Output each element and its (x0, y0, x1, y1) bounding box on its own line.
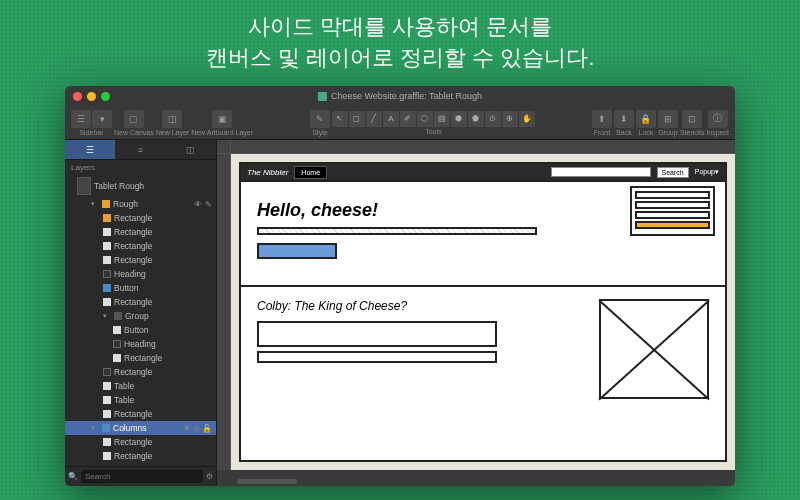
layer-icon (102, 200, 110, 208)
shape-icon (113, 340, 121, 348)
settings-icon[interactable]: ⚙ (206, 472, 213, 481)
magnet-tool[interactable]: ⊙ (485, 111, 501, 127)
layers-tab[interactable]: ☰ (65, 140, 115, 159)
group-button[interactable]: ⊞ (658, 110, 678, 128)
wf-divider (241, 285, 725, 287)
style-label: Style (312, 129, 328, 136)
shape-icon (103, 382, 111, 390)
minimize-icon[interactable] (87, 92, 96, 101)
titlebar: Cheese Website.graffle: Tablet Rough (65, 86, 735, 106)
disclosure-icon[interactable]: ▾ (103, 312, 111, 320)
wf-text-placeholder (257, 227, 537, 235)
document-icon (318, 92, 327, 101)
list-item[interactable]: Button (65, 323, 216, 337)
shape-icon (103, 368, 111, 376)
shape-icon (103, 270, 111, 278)
wf-image-placeholder (599, 299, 709, 399)
list-item[interactable]: Table (65, 393, 216, 407)
text-tool[interactable]: A (383, 111, 399, 127)
wf-subheading: Colby: The King of Cheese? (257, 299, 589, 313)
list-item[interactable]: Rectangle (65, 435, 216, 449)
stamp-tool[interactable]: ⬟ (468, 111, 484, 127)
list-item[interactable]: Rectangle (65, 365, 216, 379)
wf-col-box (635, 191, 710, 199)
tools-label: Tools (425, 128, 441, 135)
line-tool[interactable]: ╱ (366, 111, 382, 127)
shape-icon (103, 242, 111, 250)
shape-icon (103, 228, 111, 236)
selection-tab[interactable]: ◫ (166, 140, 216, 159)
list-item[interactable]: Button (65, 281, 216, 295)
lock-icon[interactable]: ✎ (205, 200, 212, 209)
front-button[interactable]: ⬆ (592, 110, 612, 128)
point-tool[interactable]: ⬢ (451, 111, 467, 127)
new-artboard-label: New Artboard Layer (191, 129, 253, 136)
print-icon[interactable]: ⎙ (194, 424, 199, 433)
wf-header: The Nibbler Home Search Popup▾ (241, 164, 725, 182)
stencils-button[interactable]: ⊡ (682, 110, 702, 128)
list-item[interactable]: Rectangle (65, 407, 216, 421)
wf-search-button: Search (657, 167, 689, 178)
disclosure-icon[interactable]: ▾ (91, 200, 99, 208)
inspect-button[interactable]: ⓘ (708, 110, 728, 128)
pen-tool[interactable]: ✐ (400, 111, 416, 127)
layer-list: Tablet Rough ▾ Rough 👁✎ Rectangle Rectan… (65, 175, 216, 466)
search-icon: 🔍 (68, 472, 78, 481)
disclosure-icon[interactable]: ▾ (91, 424, 99, 432)
canvas-thumb-icon (77, 177, 91, 195)
lock-button[interactable]: 🔒 (636, 110, 656, 128)
wf-popup: Popup▾ (695, 168, 719, 176)
search-input[interactable] (81, 470, 203, 483)
layer-row[interactable]: ▾ Rough 👁✎ (65, 197, 216, 211)
sidebar-toggle-button[interactable]: ☰ (71, 110, 91, 128)
list-item[interactable]: Rectangle (65, 211, 216, 225)
style-button[interactable]: ✎ (310, 110, 330, 128)
window-title: Cheese Website.graffle: Tablet Rough (318, 91, 482, 101)
shape-tool[interactable]: ◻ (349, 111, 365, 127)
sidebar-mode-button[interactable]: ▾ (92, 110, 112, 128)
list-item[interactable]: Table (65, 379, 216, 393)
new-canvas-button[interactable]: ▢ (124, 110, 144, 128)
diagram-tool[interactable]: ⬡ (417, 111, 433, 127)
canvas-viewport[interactable]: The Nibbler Home Search Popup▾ (231, 154, 735, 470)
zoom-tool[interactable]: ⊕ (502, 111, 518, 127)
new-artboard-button[interactable]: ▣ (212, 110, 232, 128)
list-item[interactable]: Rectangle (65, 253, 216, 267)
shape-icon (103, 452, 111, 460)
list-item[interactable]: Rectangle (65, 351, 216, 365)
shape-icon (113, 354, 121, 362)
hand-tool[interactable]: ✋ (519, 111, 535, 127)
horizontal-scrollbar[interactable] (237, 479, 297, 484)
horizontal-ruler (231, 140, 735, 154)
sidebar: ☰ ≡ ◫ Layers Tablet Rough ▾ Rough 👁✎ Rec… (65, 140, 217, 486)
wireframe-artboard[interactable]: The Nibbler Home Search Popup▾ (239, 162, 727, 462)
list-item[interactable]: ▾Group (65, 309, 216, 323)
list-item[interactable]: Heading (65, 267, 216, 281)
new-layer-button[interactable]: ◫ (162, 110, 182, 128)
select-tool[interactable]: ↖ (332, 111, 348, 127)
visibility-icon[interactable]: 👁 (183, 424, 191, 433)
list-item[interactable]: Heading (65, 337, 216, 351)
visibility-icon[interactable]: 👁 (194, 200, 202, 209)
lock-icon[interactable]: 🔓 (202, 424, 212, 433)
app-window: Cheese Website.graffle: Tablet Rough ☰ ▾… (65, 86, 735, 486)
sidebar-label: Sidebar (79, 129, 103, 136)
list-item[interactable]: Rectangle (65, 295, 216, 309)
back-button[interactable]: ⬇ (614, 110, 634, 128)
shape-icon (103, 284, 111, 292)
list-item[interactable]: Rectangle (65, 449, 216, 463)
layer-row-selected[interactable]: ▾ Columns 👁⎙🔓 (65, 421, 216, 435)
close-icon[interactable] (73, 92, 82, 101)
layers-header: Layers (65, 160, 216, 175)
artboard-tool[interactable]: ▤ (434, 111, 450, 127)
new-canvas-label: New Canvas (114, 129, 154, 136)
canvas-area: The Nibbler Home Search Popup▾ (217, 140, 735, 486)
wf-search-box (551, 167, 651, 177)
list-item[interactable]: Rectangle (65, 225, 216, 239)
marketing-line1: 사이드 막대를 사용하여 문서를 (0, 12, 800, 43)
maximize-icon[interactable] (101, 92, 110, 101)
traffic-lights (73, 92, 110, 101)
list-item[interactable]: Rectangle (65, 239, 216, 253)
canvas-row[interactable]: Tablet Rough (65, 175, 216, 197)
outline-tab[interactable]: ≡ (115, 140, 165, 159)
